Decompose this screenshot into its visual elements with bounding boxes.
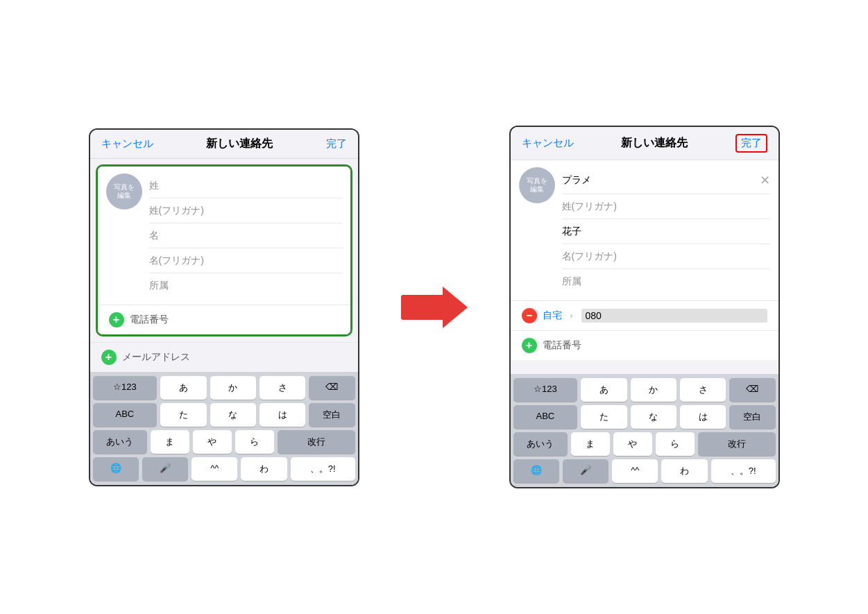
right-key-num[interactable]: ☆123 [513, 378, 578, 402]
left-email-add-label: メールアドレス [122, 351, 190, 364]
right-phone-add-row[interactable]: + 電話番号 [511, 330, 778, 360]
right-lastname-row: プラメ ✕ [562, 167, 770, 194]
right-key-na[interactable]: な [631, 405, 676, 429]
left-nav-title: 新しい連絡先 [206, 137, 273, 151]
right-key-hatena[interactable]: ^^ [612, 459, 658, 483]
right-key-return[interactable]: 改行 [698, 432, 776, 456]
left-firstname-placeholder[interactable]: 名 [149, 230, 159, 241]
left-key-ma[interactable]: ま [151, 430, 189, 454]
right-key-sa[interactable]: さ [680, 378, 726, 402]
left-key-ta[interactable]: た [160, 403, 206, 427]
left-kb-row-2: ABC た な は 空白 [93, 403, 355, 427]
right-key-a[interactable]: あ [581, 378, 627, 402]
right-phone-add-label: 電話番号 [543, 339, 581, 352]
left-phone-add-row[interactable]: + 電話番号 [98, 305, 350, 334]
left-keyboard: ☆123 あ か さ ⌫ ABC た な は 空白 あいう ま や ら 改行 [90, 372, 358, 485]
right-key-ta[interactable]: た [581, 405, 627, 429]
left-key-hatena[interactable]: ^^ [192, 457, 237, 481]
left-key-mic[interactable]: 🎤 [142, 457, 188, 481]
left-phone-add-label: 電話番号 [130, 314, 169, 326]
left-affiliation-row: 所属 [149, 273, 342, 298]
right-home-label[interactable]: 自宅 [543, 309, 562, 322]
right-remove-phone-icon[interactable]: − [522, 308, 537, 323]
left-firstname-kana-placeholder[interactable]: 名(フリガナ) [149, 255, 204, 266]
left-key-ha[interactable]: は [259, 403, 305, 427]
left-lastname-placeholder[interactable]: 姓 [149, 180, 159, 191]
main-container: キャンセル 新しい連絡先 完了 写真を 編集 姓 姓(フリガナ) [53, 126, 816, 488]
right-lastname-kana-row: 姓(フリガナ) [562, 194, 770, 219]
right-kb-row-3: あいう ま や ら 改行 [513, 432, 776, 456]
left-key-wa[interactable]: わ [241, 457, 287, 481]
left-phone: キャンセル 新しい連絡先 完了 写真を 編集 姓 姓(フリガナ) [89, 128, 359, 486]
left-photo-circle[interactable]: 写真を 編集 [106, 173, 142, 210]
left-key-aiueo[interactable]: あいう [93, 430, 147, 454]
right-home-phone-row: − 自宅 › 080 [511, 300, 778, 330]
right-kb-row-1: ☆123 あ か さ ⌫ [513, 378, 776, 402]
right-kb-row-2: ABC た な は 空白 [513, 405, 776, 429]
left-firstname-kana-row: 名(フリガナ) [149, 248, 342, 273]
left-key-num[interactable]: ☆123 [93, 376, 158, 400]
right-photo-circle[interactable]: 写真を 編集 [519, 167, 555, 203]
left-kb-row-3: あいう ま や ら 改行 [93, 430, 355, 454]
right-key-globe[interactable]: 🌐 [513, 459, 559, 483]
left-key-return[interactable]: 改行 [278, 430, 355, 454]
left-cancel-button[interactable]: キャンセル [101, 137, 153, 151]
left-affiliation-placeholder[interactable]: 所属 [149, 280, 169, 291]
arrow-container [401, 287, 468, 328]
right-key-space[interactable]: 空白 [729, 405, 775, 429]
left-firstname-row: 名 [149, 223, 342, 248]
right-add-phone-icon[interactable]: + [522, 338, 537, 353]
right-nav-title: 新しい連絡先 [621, 136, 688, 151]
left-key-na[interactable]: な [210, 403, 256, 427]
left-photo-label: 写真を 編集 [114, 183, 135, 200]
right-key-ka[interactable]: か [631, 378, 676, 402]
left-kb-row-4: 🌐 🎤 ^^ わ 、。?! [93, 457, 355, 481]
left-key-ka[interactable]: か [210, 376, 256, 400]
right-firstname-value[interactable]: 花子 [562, 225, 581, 237]
right-affiliation-row: 所属 [562, 269, 770, 293]
right-photo-label: 写真を 編集 [527, 177, 547, 194]
right-key-delete[interactable]: ⌫ [729, 378, 775, 402]
right-gray-separator [511, 360, 778, 374]
right-kb-row-4: 🌐 🎤 ^^ わ 、。?! [513, 459, 776, 483]
right-keyboard: ☆123 あ か さ ⌫ ABC た な は 空白 あいう ま や ら 改行 [511, 374, 778, 487]
right-name-fields: プラメ ✕ 姓(フリガナ) 花子 名(フリガナ) 所属 [562, 167, 770, 293]
right-clear-icon[interactable]: ✕ [760, 173, 770, 188]
right-key-ya[interactable]: や [613, 432, 652, 456]
left-key-space[interactable]: 空白 [309, 403, 355, 427]
right-key-mic[interactable]: 🎤 [563, 459, 609, 483]
right-key-wa[interactable]: わ [661, 459, 707, 483]
left-add-email-icon[interactable]: + [101, 350, 117, 365]
right-key-abc[interactable]: ABC [513, 405, 578, 429]
left-key-punct[interactable]: 、。?! [291, 457, 355, 481]
right-key-aiueo[interactable]: あいう [513, 432, 568, 456]
left-email-add-row[interactable]: + メールアドレス [90, 342, 358, 372]
left-add-phone-icon[interactable]: + [109, 312, 124, 327]
right-phone: キャンセル 新しい連絡先 完了 写真を 編集 プラメ ✕ 姓(フリガナ) [509, 126, 780, 488]
right-key-ma[interactable]: ま [571, 432, 610, 456]
left-done-button[interactable]: 完了 [326, 137, 347, 151]
right-lastname-value[interactable]: プラメ [562, 174, 591, 187]
right-firstname-kana-placeholder[interactable]: 名(フリガナ) [562, 250, 617, 262]
left-key-a[interactable]: あ [160, 376, 206, 400]
left-key-abc[interactable]: ABC [93, 403, 158, 427]
left-key-delete[interactable]: ⌫ [309, 376, 355, 400]
left-key-ya[interactable]: や [193, 430, 232, 454]
right-cancel-button[interactable]: キャンセル [522, 137, 574, 150]
right-phone-number[interactable]: 080 [581, 309, 767, 323]
left-key-globe[interactable]: 🌐 [93, 457, 139, 481]
right-nav-bar: キャンセル 新しい連絡先 完了 [511, 127, 778, 160]
left-lastname-row: 姓 [149, 173, 342, 198]
arrow-head [443, 287, 468, 328]
left-lastname-kana-placeholder[interactable]: 姓(フリガナ) [149, 205, 204, 216]
right-lastname-kana-placeholder[interactable]: 姓(フリガナ) [562, 201, 617, 212]
right-firstname-kana-row: 名(フリガナ) [562, 244, 770, 269]
left-key-sa[interactable]: さ [259, 376, 305, 400]
right-done-button[interactable]: 完了 [735, 134, 767, 153]
right-key-punct[interactable]: 、。?! [711, 459, 776, 483]
left-key-ra[interactable]: ら [235, 430, 274, 454]
right-key-ha[interactable]: は [680, 405, 726, 429]
left-nav-bar: キャンセル 新しい連絡先 完了 [90, 130, 358, 159]
right-affiliation-placeholder[interactable]: 所属 [562, 275, 581, 287]
right-key-ra[interactable]: ら [656, 432, 695, 456]
